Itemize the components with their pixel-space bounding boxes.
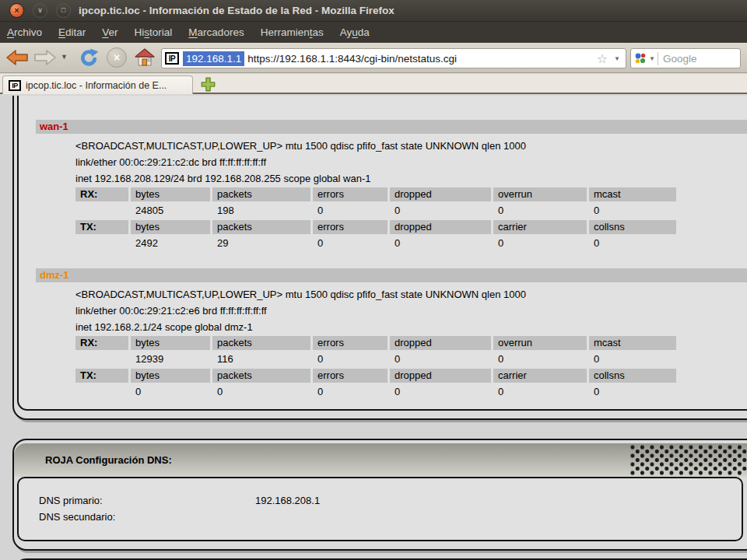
tab-title: ipcop.tic.loc - Información de E...: [26, 80, 167, 91]
stats-value-cell: [75, 236, 128, 250]
stats-value-cell: [75, 385, 128, 399]
stats-value-cell: 0: [589, 385, 676, 399]
stats-column-header: packets: [212, 369, 310, 383]
stats-column-header: packets: [212, 336, 310, 350]
menu-item-ayuda[interactable]: Ayuda: [340, 26, 370, 38]
stats-value-row: 2492290000: [75, 236, 747, 250]
dns-section-title: ROJA Configuración DNS:: [14, 454, 172, 466]
search-box[interactable]: ▼: [630, 48, 741, 68]
search-input[interactable]: [661, 52, 737, 65]
stats-column-header: dropped: [390, 220, 491, 234]
url-dropdown-icon[interactable]: ▼: [614, 55, 620, 62]
interface-flags-line: <BROADCAST,MULTICAST,UP,LOWER_UP> mtu 15…: [75, 286, 747, 303]
url-bar[interactable]: IP 192.168.1.1 https://192.168.1.1:8443/…: [161, 48, 626, 68]
stats-column-header: dropped: [390, 187, 491, 201]
stats-row-label: TX:: [75, 369, 128, 383]
interface-inet-line: inet 192.168.208.129/24 brd 192.168.208.…: [75, 170, 747, 187]
bookmark-star-icon[interactable]: ☆: [597, 51, 608, 66]
tab-active[interactable]: IP ipcop.tic.loc - Información de E...: [2, 75, 193, 94]
menu-bar: Archivo Editar Ver Historial Marcadores …: [0, 22, 747, 43]
stats-column-header: dropped: [390, 369, 491, 383]
interface-link-line: link/ether 00:0c:29:21:c2:dc brd ff:ff:f…: [75, 154, 747, 170]
menu-item-historial[interactable]: Historial: [135, 26, 173, 38]
window-close-button[interactable]: ×: [9, 3, 24, 18]
stats-column-header: collsns: [589, 369, 676, 383]
search-engine-dropdown-icon[interactable]: ▼: [649, 55, 655, 62]
home-button[interactable]: [132, 47, 157, 68]
stats-row-label: RX:: [75, 336, 128, 350]
reload-button[interactable]: [76, 47, 101, 68]
interface-block-wan-1: wan-1 <BROADCAST,MULTICAST,UP,LOWER_UP> …: [19, 120, 747, 250]
stats-value-cell: 0: [390, 352, 491, 366]
stop-icon: ×: [107, 47, 127, 68]
menu-item-editar[interactable]: Editar: [58, 26, 86, 38]
stats-column-header: errors: [313, 369, 388, 383]
stats-value-cell: 29: [212, 236, 310, 250]
stats-column-header: dropped: [390, 336, 491, 350]
dns-row-primary: DNS primario:192.168.208.1: [39, 492, 742, 509]
dns-row-secondary: DNS secundario:: [39, 509, 742, 525]
url-selected-text: 192.168.1.1: [183, 51, 244, 66]
stats-column-header: errors: [313, 336, 388, 350]
stats-column-header: overrun: [493, 336, 587, 350]
stats-column-header: bytes: [131, 336, 210, 350]
stats-value-row: 129391160000: [75, 352, 747, 366]
search-separator: [658, 52, 658, 65]
stats-value-cell: 0: [493, 204, 587, 218]
stats-column-header: collsns: [589, 220, 676, 234]
window-titlebar: × ∨ □ ipcop.tic.loc - Información de Est…: [0, 0, 747, 22]
stats-value-cell: 24805: [131, 204, 210, 218]
back-arrow-icon: [5, 47, 29, 68]
stats-row-label: TX:: [75, 220, 128, 234]
dns-section-inner-box: DNS primario:192.168.208.1 DNS secundari…: [17, 477, 743, 541]
window-minimize-button[interactable]: ∨: [33, 3, 47, 18]
dns-primary-label: DNS primario:: [39, 492, 255, 509]
dns-primary-value: 192.168.208.1: [255, 495, 320, 506]
stats-column-header: bytes: [131, 187, 210, 201]
plus-icon: [201, 77, 216, 92]
tab-favicon: IP: [9, 80, 21, 91]
stats-column-header: mcast: [589, 187, 676, 201]
home-icon: [134, 47, 156, 68]
google-icon: [634, 52, 647, 65]
interface-inet-line: inet 192.168.2.1/24 scope global dmz-1: [75, 319, 747, 335]
stats-column-header: overrun: [493, 187, 587, 201]
stats-value-row: 248051980000: [75, 204, 747, 218]
dns-section-header: ROJA Configuración DNS:: [14, 443, 747, 477]
back-button[interactable]: [5, 47, 30, 68]
halftone-dots-decoration: [630, 445, 747, 475]
window-maximize-button[interactable]: □: [56, 3, 71, 18]
stats-value-cell: 0: [313, 236, 388, 250]
new-tab-button[interactable]: [199, 76, 216, 93]
stats-column-header: errors: [313, 187, 388, 201]
page-content: wan-1 <BROADCAST,MULTICAST,UP,LOWER_UP> …: [0, 96, 747, 560]
window-title: ipcop.tic.loc - Información de Estado de…: [79, 5, 395, 16]
site-favicon: IP: [165, 52, 179, 65]
interface-title-bar: wan-1: [36, 120, 747, 134]
stats-column-header: bytes: [131, 369, 210, 383]
interface-link-line: link/ether 00:0c:29:21:c2:e6 brd ff:ff:f…: [75, 303, 747, 319]
stats-column-header: packets: [212, 220, 310, 234]
interface-flags-line: <BROADCAST,MULTICAST,UP,LOWER_UP> mtu 15…: [75, 138, 747, 154]
interface-stats-table: RX:bytespacketserrorsdroppedoverrunmcast…: [75, 187, 747, 250]
stats-column-header: errors: [313, 220, 388, 234]
history-dropdown-icon[interactable]: ▼: [61, 53, 68, 61]
interface-stats-table: RX:bytespacketserrorsdroppedoverrunmcast…: [75, 336, 747, 399]
menu-item-archivo[interactable]: Archivo: [7, 26, 42, 38]
stop-button[interactable]: ×: [104, 47, 129, 68]
stats-value-cell: [75, 352, 128, 366]
stats-value-cell: 0: [493, 385, 587, 399]
tab-bar: IP ipcop.tic.loc - Información de E...: [0, 74, 747, 94]
interfaces-section-box: wan-1 <BROADCAST,MULTICAST,UP,LOWER_UP> …: [12, 96, 747, 420]
menu-item-herramientas[interactable]: Herramientas: [261, 26, 324, 38]
interface-name: wan-1: [36, 121, 68, 132]
stats-value-cell: 0: [313, 204, 388, 218]
stats-value-cell: 0: [390, 236, 491, 250]
menu-item-marcadores[interactable]: Marcadores: [188, 26, 244, 38]
interface-name: dmz-1: [36, 269, 69, 281]
stats-value-cell: 0: [589, 236, 676, 250]
stats-value-cell: 0: [212, 385, 310, 399]
forward-button[interactable]: [33, 47, 58, 68]
menu-item-ver[interactable]: Ver: [102, 26, 117, 38]
stats-header-row: TX:bytespacketserrorsdroppedcarriercolls…: [75, 220, 747, 234]
